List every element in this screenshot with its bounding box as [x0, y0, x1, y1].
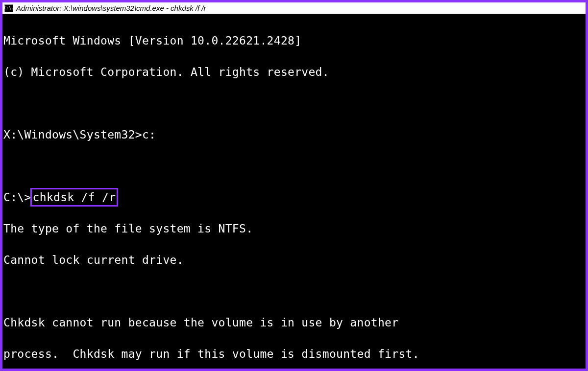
prompt-line-1: X:\Windows\System32>c:: [3, 127, 586, 142]
copyright-line: (c) Microsoft Corporation. All rights re…: [3, 64, 586, 80]
inuse-line-1: Chkdsk cannot run because the volume is …: [3, 315, 586, 330]
cmd-icon: C:\.: [4, 4, 13, 12]
cannot-lock-line: Cannot lock current drive.: [3, 252, 586, 268]
prompt2-cmd: chkdsk /f /r: [33, 191, 116, 204]
prompt-line-2: C:\>chkdsk /f /r: [3, 189, 586, 205]
fs-type-line: The type of the file system is NTFS.: [3, 221, 586, 236]
highlight-cmd: chkdsk /f /r: [30, 188, 119, 207]
window-title: Administrator: X:\windows\system32\cmd.e…: [16, 4, 206, 12]
version-line: Microsoft Windows [Version 10.0.22621.24…: [3, 33, 586, 48]
prompt1-cmd: c:: [142, 128, 156, 141]
inuse-line-2: process. Chkdsk may run if this volume i…: [3, 346, 586, 362]
window-frame: C:\. Administrator: X:\windows\system32\…: [0, 0, 588, 371]
blank-line: [3, 283, 586, 299]
window-titlebar[interactable]: C:\. Administrator: X:\windows\system32\…: [2, 2, 586, 14]
blank-line: [3, 95, 586, 111]
prompt1-prefix: X:\Windows\System32>: [3, 128, 142, 141]
terminal-output[interactable]: Microsoft Windows [Version 10.0.22621.24…: [2, 14, 586, 369]
prompt2-prefix: C:\>: [3, 191, 31, 204]
blank-line: [3, 158, 586, 174]
